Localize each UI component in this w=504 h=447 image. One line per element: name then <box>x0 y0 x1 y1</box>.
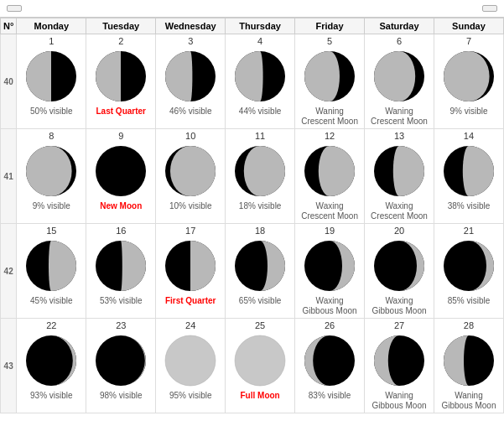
calendar-day-cell[interactable]: 17 First Quarter <box>156 224 226 319</box>
moon-image <box>158 48 223 107</box>
calendar-day-cell[interactable]: 8 9% visible <box>17 129 86 224</box>
moon-phase-label: WaxingCrescent Moon <box>297 201 362 221</box>
calendar-day-cell[interactable]: 22 93% visible <box>17 319 86 413</box>
calendar-week-row: 401 50% visible2 Last Quarter3 46% visib… <box>1 34 504 129</box>
day-number: 6 <box>366 36 432 46</box>
calendar-day-cell[interactable]: 2 Last Quarter <box>86 34 156 129</box>
moon-image <box>88 48 153 107</box>
calendar-day-cell[interactable]: 19 WaxingGibbous Moon <box>295 224 365 319</box>
moon-phase-label: 98% visible <box>88 391 153 401</box>
moon-phase-label: WaningCrescent Moon <box>297 107 362 127</box>
week-number: 43 <box>1 319 17 413</box>
day-number: 16 <box>88 226 153 236</box>
moon-image <box>227 237 293 296</box>
moon-phase-label: WaningGibbous Moon <box>436 391 501 411</box>
calendar-table: N° Monday Tuesday Wednesday Thursday Fri… <box>0 18 504 413</box>
col-sunday: Sunday <box>434 18 503 34</box>
calendar-day-cell[interactable]: 4 44% visible <box>226 34 295 129</box>
col-monday: Monday <box>17 18 86 34</box>
day-number: 23 <box>88 320 153 330</box>
moon-phase-label: 45% visible <box>18 296 84 306</box>
moon-phase-label: 9% visible <box>18 201 84 211</box>
day-number: 26 <box>297 320 362 330</box>
calendar-day-cell[interactable]: 24 95% visible <box>156 319 226 413</box>
day-number: 20 <box>366 226 432 236</box>
day-number: 28 <box>436 320 501 330</box>
calendar-week-row: 418 9% visible9 New Moon10 10% visible11… <box>1 129 504 224</box>
day-number: 14 <box>436 131 501 141</box>
moon-phase-label: 38% visible <box>436 201 501 211</box>
moon-image <box>227 143 293 201</box>
calendar-day-cell[interactable]: 14 38% visible <box>434 129 503 224</box>
calendar-day-cell[interactable]: 6 WaningCrescent Moon <box>365 34 434 129</box>
calendar-day-cell[interactable]: 27 WaningGibbous Moon <box>365 319 434 413</box>
moon-image <box>18 143 84 201</box>
next-month-button[interactable] <box>482 5 497 12</box>
day-number: 8 <box>18 131 84 141</box>
calendar-week-row: 4215 45% visible16 53% visible17 First Q… <box>1 224 504 319</box>
col-tuesday: Tuesday <box>86 18 156 34</box>
moon-image <box>366 48 432 107</box>
day-number: 2 <box>88 36 153 46</box>
calendar-day-cell[interactable]: 12 WaxingCrescent Moon <box>295 129 365 224</box>
moon-image <box>88 332 153 391</box>
calendar-day-cell[interactable]: 15 45% visible <box>17 224 86 319</box>
day-number: 18 <box>227 226 293 236</box>
svg-point-23 <box>165 335 216 386</box>
moon-image <box>436 332 501 391</box>
calendar-day-cell[interactable]: 25 Full Moon <box>226 319 295 413</box>
moon-image <box>88 237 153 296</box>
moon-image <box>366 237 432 296</box>
moon-image <box>227 332 293 391</box>
calendar-day-cell[interactable]: 28 WaningGibbous Moon <box>434 319 503 413</box>
moon-phase-label: First Quarter <box>158 296 223 306</box>
moon-phase-label: Last Quarter <box>88 107 153 117</box>
moon-phase-label: WaxingCrescent Moon <box>366 201 432 221</box>
col-friday: Friday <box>295 18 365 34</box>
calendar-container: N° Monday Tuesday Wednesday Thursday Fri… <box>0 0 504 413</box>
calendar-day-cell[interactable]: 26 83% visible <box>295 319 365 413</box>
moon-image <box>158 332 223 391</box>
calendar-day-cell[interactable]: 3 46% visible <box>156 34 226 129</box>
calendar-day-cell[interactable]: 13 WaxingCrescent Moon <box>365 129 434 224</box>
moon-image <box>158 143 223 201</box>
moon-phase-label: WaxingGibbous Moon <box>366 296 432 316</box>
moon-phase-label: 53% visible <box>88 296 153 306</box>
moon-phase-label: 95% visible <box>158 391 223 401</box>
moon-phase-label: 85% visible <box>436 296 501 306</box>
calendar-day-cell[interactable]: 20 WaxingGibbous Moon <box>365 224 434 319</box>
day-number: 19 <box>297 226 362 236</box>
day-number: 15 <box>18 226 84 236</box>
moon-phase-label: 18% visible <box>227 201 293 211</box>
calendar-day-cell[interactable]: 16 53% visible <box>86 224 156 319</box>
moon-phase-label: 83% visible <box>297 391 362 401</box>
day-number: 3 <box>158 36 223 46</box>
moon-image <box>18 48 84 107</box>
col-thursday: Thursday <box>226 18 295 34</box>
calendar-day-cell[interactable]: 21 85% visible <box>434 224 503 319</box>
day-number: 27 <box>366 320 432 330</box>
week-num-header: N° <box>1 18 17 34</box>
calendar-day-cell[interactable]: 18 65% visible <box>226 224 295 319</box>
moon-image <box>297 237 362 296</box>
calendar-day-cell[interactable]: 11 18% visible <box>226 129 295 224</box>
calendar-day-cell[interactable]: 10 10% visible <box>156 129 226 224</box>
calendar-day-cell[interactable]: 1 50% visible <box>17 34 86 129</box>
moon-phase-label: 10% visible <box>158 201 223 211</box>
moon-phase-label: WaningGibbous Moon <box>366 391 432 411</box>
day-number: 12 <box>297 131 362 141</box>
day-number: 9 <box>88 131 153 141</box>
calendar-day-cell[interactable]: 23 98% visible <box>86 319 156 413</box>
day-number: 22 <box>18 320 84 330</box>
moon-phase-label: 46% visible <box>158 107 223 117</box>
calendar-day-cell[interactable]: 7 9% visible <box>434 34 503 129</box>
calendar-day-cell[interactable]: 9 New Moon <box>86 129 156 224</box>
day-number: 17 <box>158 226 223 236</box>
moon-image <box>436 143 501 201</box>
day-number: 7 <box>436 36 501 46</box>
moon-phase-label: 9% visible <box>436 107 501 117</box>
prev-month-button[interactable] <box>7 5 22 12</box>
moon-phase-label: WaningCrescent Moon <box>366 107 432 127</box>
calendar-day-cell[interactable]: 5 WaningCrescent Moon <box>295 34 365 129</box>
moon-image <box>18 237 84 296</box>
